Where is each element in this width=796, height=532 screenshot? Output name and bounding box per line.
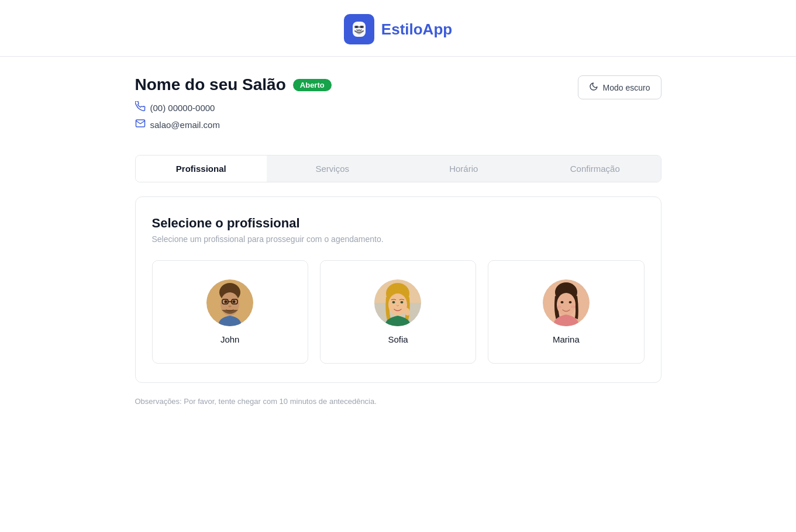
status-badge: Aberto — [293, 79, 332, 91]
professional-card-sofia[interactable]: Sofia — [320, 260, 476, 364]
avatar-marina — [543, 279, 590, 326]
app-logo-icon — [344, 14, 374, 44]
email-value: salao@email.com — [150, 120, 220, 130]
phone-icon — [135, 101, 146, 115]
professional-card-marina[interactable]: Marina — [488, 260, 644, 364]
svg-point-14 — [229, 306, 232, 308]
salon-info: Nome do seu Salão Aberto (00) 00000-0000 — [135, 75, 332, 148]
dark-mode-label: Modo escuro — [603, 83, 650, 92]
professional-card-john[interactable]: John — [152, 260, 308, 364]
svg-point-9 — [225, 300, 228, 303]
svg-point-10 — [233, 300, 236, 303]
professional-name-john: John — [220, 334, 240, 344]
salon-contact: (00) 00000-0000 salao@email.com — [135, 101, 332, 132]
observation-text: Observações: Por favor, tente chegar com… — [135, 397, 661, 406]
app-name-label: EstiloApp — [381, 20, 452, 39]
svg-point-26 — [568, 301, 571, 303]
tab-horario[interactable]: Horário — [398, 156, 530, 182]
professional-name-sofia: Sofia — [388, 334, 408, 344]
svg-point-20 — [401, 301, 404, 303]
tab-confirmacao[interactable]: Confirmação — [529, 156, 661, 182]
email-icon — [135, 118, 146, 132]
salon-title: Nome do seu Salão — [135, 75, 286, 94]
svg-rect-4 — [360, 26, 364, 28]
moon-icon — [589, 82, 598, 93]
main-content: Nome do seu Salão Aberto (00) 00000-0000 — [123, 57, 673, 424]
svg-point-19 — [392, 301, 395, 303]
selection-subtitle: Selecione um profissional para prossegui… — [152, 234, 645, 244]
avatar-sofia — [374, 279, 421, 326]
salon-title-row: Nome do seu Salão Aberto — [135, 75, 332, 94]
app-header: EstiloApp — [0, 0, 796, 57]
phone-value: (00) 00000-0000 — [150, 103, 215, 113]
phone-contact: (00) 00000-0000 — [135, 101, 332, 115]
svg-point-25 — [560, 301, 563, 303]
tab-profissional[interactable]: Profissional — [136, 156, 267, 182]
tabs-container: Profissional Serviços Horário Confirmaçã… — [135, 155, 661, 182]
professionals-grid: John — [152, 260, 645, 364]
svg-point-24 — [557, 293, 576, 316]
svg-rect-3 — [354, 26, 359, 28]
svg-point-28 — [571, 306, 576, 309]
selection-card: Selecione o profissional Selecione um pr… — [135, 196, 661, 383]
avatar-john — [206, 279, 253, 326]
dark-mode-button[interactable]: Modo escuro — [578, 75, 661, 99]
svg-point-27 — [557, 306, 561, 309]
selection-title: Selecione o profissional — [152, 216, 645, 231]
salon-header: Nome do seu Salão Aberto (00) 00000-0000 — [135, 75, 661, 148]
svg-rect-5 — [359, 27, 360, 28]
email-contact: salao@email.com — [135, 118, 332, 132]
tab-servicos[interactable]: Serviços — [267, 156, 398, 182]
professional-name-marina: Marina — [553, 334, 580, 344]
